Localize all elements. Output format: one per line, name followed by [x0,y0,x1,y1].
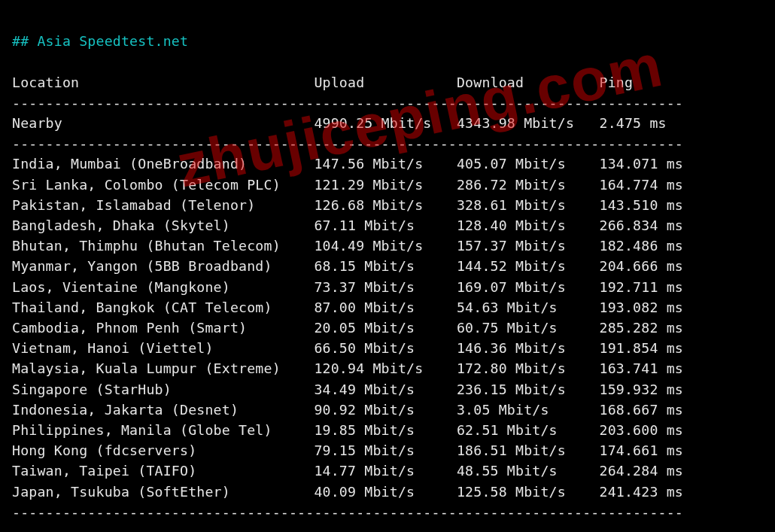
data-rows: India, Mumbai (OneBroadband) 147.56 Mbit… [12,156,683,499]
section-title: ## Asia Speedtest.net [12,33,188,49]
divider: ----------------------------------------… [12,95,683,111]
divider: ----------------------------------------… [12,504,683,520]
header-row: Location Upload Download Ping [12,74,633,90]
terminal-output: ## Asia Speedtest.net Location Upload Do… [0,0,775,532]
nearby-row: Nearby 4990.25 Mbit/s 4343.98 Mbit/s 2.4… [12,115,667,131]
divider: ----------------------------------------… [12,135,683,151]
